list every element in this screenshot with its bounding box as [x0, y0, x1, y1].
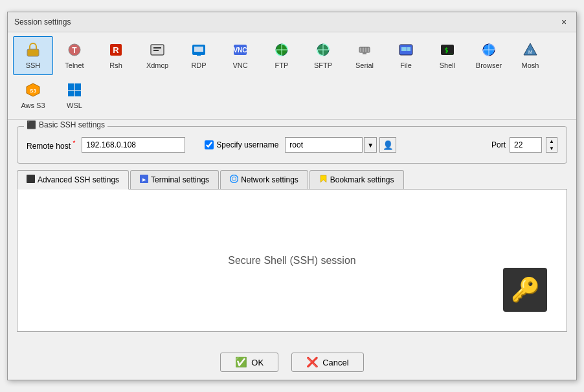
port-label: Port — [491, 140, 506, 149]
svg-marker-44 — [320, 175, 326, 182]
svg-rect-0 — [27, 49, 39, 56]
content-area: ⬛ Basic SSH settings Remote host * Speci… — [8, 120, 576, 347]
title-bar: Session settings × — [8, 12, 576, 32]
toolbar-btn-wsl[interactable]: WSL — [54, 76, 95, 115]
ok-label: OK — [251, 358, 264, 367]
browser-label: Browser — [476, 61, 502, 69]
sftp-icon — [315, 42, 331, 60]
tab-bookmark[interactable]: Bookmark settings — [309, 170, 404, 189]
basic-settings-section: ⬛ Basic SSH settings Remote host * Speci… — [17, 126, 567, 164]
rsh-icon: R — [108, 42, 124, 60]
file-label: File — [400, 61, 412, 69]
toolbar-btn-mosh[interactable]: M Mosh — [510, 36, 550, 75]
toolbar-btn-file[interactable]: File — [386, 36, 426, 75]
remote-host-label: Remote host * — [27, 140, 75, 151]
svg-text:M: M — [528, 50, 532, 54]
cancel-icon: ❌ — [306, 356, 319, 368]
terminal-tab-label: Terminal settings — [151, 175, 209, 184]
wsl-icon — [67, 82, 82, 100]
svg-rect-37 — [68, 91, 74, 96]
session-settings-dialog: Session settings × SSH T Telnet R Rsh Xd… — [7, 12, 577, 380]
ftp-label: FTP — [275, 61, 289, 69]
section-icon: ⬛ — [27, 120, 36, 129]
svg-point-42 — [230, 175, 238, 183]
browser-icon — [481, 42, 497, 60]
toolbar-btn-telnet[interactable]: T Telnet — [54, 36, 95, 75]
ftp-icon — [274, 42, 289, 60]
svg-rect-38 — [75, 91, 81, 96]
telnet-icon: T — [67, 42, 82, 60]
bookmark-tab-icon — [319, 175, 328, 185]
shell-label: Shell — [440, 61, 455, 69]
svg-rect-23 — [363, 52, 366, 54]
wsl-label: WSL — [67, 102, 82, 109]
cancel-button[interactable]: ❌ Cancel — [291, 353, 363, 372]
toolbar-btn-awss3[interactable]: S3 Aws S3 — [13, 76, 53, 115]
port-input[interactable] — [510, 137, 542, 153]
dialog-footer: ✅ OK ❌ Cancel — [8, 347, 576, 380]
port-up-btn[interactable]: ▲ — [546, 138, 557, 145]
session-label: Secure Shell (SSH) session — [228, 255, 355, 267]
username-user-icon-btn[interactable]: 👤 — [379, 137, 396, 153]
session-description: Secure Shell (SSH) session — [17, 229, 567, 292]
svg-rect-39 — [27, 175, 35, 183]
tab-advanced[interactable]: Advanced SSH settings — [17, 170, 129, 190]
svg-rect-26 — [407, 47, 410, 51]
svg-rect-35 — [68, 83, 74, 90]
user-icon: 👤 — [383, 140, 394, 150]
toolbar-btn-ssh[interactable]: SSH — [13, 36, 53, 75]
ok-icon: ✅ — [235, 356, 247, 368]
toolbar-btn-rdp[interactable]: RDP — [179, 36, 219, 75]
xdmcp-icon — [150, 42, 165, 60]
rsh-label: Rsh — [109, 61, 122, 69]
vnc-icon: VNC — [232, 42, 248, 60]
toolbar: SSH T Telnet R Rsh Xdmcp RDP VNC VNC FTP… — [8, 32, 576, 120]
main-content-area: Secure Shell (SSH) session 🔑 — [17, 190, 567, 332]
toolbar-btn-ftp[interactable]: FTP — [262, 36, 302, 75]
svg-text:S3: S3 — [30, 88, 36, 94]
tab-network[interactable]: Network settings — [220, 170, 308, 189]
key-icon: 🔑 — [511, 276, 540, 303]
key-icon-box: 🔑 — [503, 268, 547, 312]
toolbar-btn-shell[interactable]: $_ Shell — [427, 36, 467, 75]
svg-rect-25 — [401, 47, 407, 51]
advanced-tab-icon — [27, 175, 35, 185]
username-combo: ▼ 👤 — [285, 137, 396, 153]
ssh-label: SSH — [26, 61, 41, 69]
toolbar-btn-browser[interactable]: Browser — [469, 36, 509, 75]
svg-text:R: R — [113, 45, 119, 55]
tab-terminal[interactable]: ▶ Terminal settings — [130, 170, 219, 189]
svg-text:T: T — [72, 46, 77, 55]
specify-username-row: Specify username — [205, 140, 278, 149]
toolbar-btn-sftp[interactable]: SFTP — [303, 36, 343, 75]
username-input[interactable] — [285, 137, 363, 153]
awss3-icon: S3 — [25, 82, 41, 100]
vnc-label: VNC — [232, 61, 247, 69]
network-tab-icon — [230, 175, 238, 185]
ok-button[interactable]: ✅ OK — [220, 353, 278, 372]
dialog-title: Session settings — [14, 17, 71, 27]
section-title: ⬛ Basic SSH settings — [24, 120, 107, 129]
toolbar-btn-serial[interactable]: Serial — [344, 36, 385, 75]
toolbar-btn-xdmcp[interactable]: Xdmcp — [137, 36, 177, 75]
username-dropdown-btn[interactable]: ▼ — [364, 137, 377, 153]
specify-username-checkbox[interactable] — [205, 140, 214, 149]
svg-rect-36 — [75, 83, 81, 90]
xdmcp-label: Xdmcp — [146, 61, 168, 69]
port-section: Port ▲ ▼ — [491, 137, 557, 153]
serial-icon — [357, 42, 372, 60]
mosh-icon: M — [522, 42, 538, 60]
network-tab-label: Network settings — [241, 175, 298, 184]
close-button[interactable]: × — [558, 16, 570, 28]
remote-host-input[interactable] — [82, 137, 185, 153]
port-down-btn[interactable]: ▼ — [546, 145, 557, 152]
rdp-label: RDP — [191, 61, 206, 69]
file-icon — [398, 42, 414, 60]
svg-rect-9 — [194, 47, 203, 52]
serial-label: Serial — [355, 61, 374, 69]
specify-username-label[interactable]: Specify username — [216, 140, 278, 149]
cancel-label: Cancel — [322, 358, 348, 367]
toolbar-btn-rsh[interactable]: R Rsh — [96, 36, 136, 75]
toolbar-btn-vnc[interactable]: VNC VNC — [220, 36, 260, 75]
svg-rect-10 — [197, 54, 201, 56]
